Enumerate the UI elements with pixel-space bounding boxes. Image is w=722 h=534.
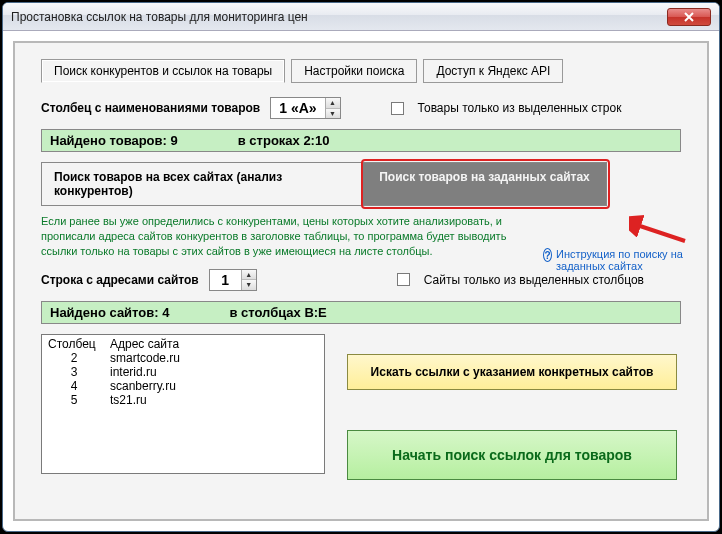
sites-row-label: Строка с адресами сайтов [41, 273, 199, 287]
sites-row-value: 1 [210, 270, 242, 290]
list-item[interactable]: 5 ts21.ru [48, 393, 318, 407]
found-products-bar: Найдено товаров: 9 в строках 2:10 [41, 129, 681, 152]
list-item[interactable]: 4 scanberry.ru [48, 379, 318, 393]
big-tabs: Поиск товаров на всех сайтах (анализ кон… [41, 162, 681, 206]
tab-yandex-api[interactable]: Доступ к Яндекс API [423, 59, 563, 83]
help-link-label: Инструкция по поиску на заданных сайтах [556, 248, 683, 272]
list-header-site: Адрес сайта [110, 337, 179, 351]
product-column-value: 1 «A» [271, 98, 325, 118]
found-products-range: в строках 2:10 [238, 133, 330, 148]
sites-row-spinner[interactable]: 1 ▲ ▼ [209, 269, 257, 291]
close-button[interactable] [667, 8, 711, 26]
annotation-arrow-icon [629, 213, 689, 247]
highlight-outline [361, 159, 610, 209]
tab-search-competitors[interactable]: Поиск конкурентов и ссылок на товары [41, 59, 285, 83]
checkbox-selected-rows[interactable] [391, 102, 404, 115]
row-product-column: Столбец с наименованиями товаров 1 «A» ▲… [41, 97, 681, 119]
tab-search-settings[interactable]: Настройки поиска [291, 59, 417, 83]
big-tab-all-sites[interactable]: Поиск товаров на всех сайтах (анализ кон… [41, 162, 363, 206]
found-sites-count: Найдено сайтов: 4 [50, 305, 169, 320]
help-link[interactable]: ? Инструкция по поиску на заданных сайта… [543, 248, 683, 272]
help-icon: ? [543, 248, 552, 262]
spinner-down-icon[interactable]: ▼ [242, 280, 256, 290]
product-column-label: Столбец с наименованиями товаров [41, 101, 260, 115]
big-tab-given-sites[interactable]: Поиск товаров на заданных сайтах [363, 162, 607, 206]
close-icon [683, 12, 695, 22]
start-search-button[interactable]: Начать поиск ссылок для товаров [347, 430, 677, 480]
titlebar: Простановка ссылок на товары для монитор… [3, 3, 719, 31]
checkbox-selected-rows-label: Товары только из выделенных строк [418, 101, 622, 115]
product-column-spinner[interactable]: 1 «A» ▲ ▼ [270, 97, 340, 119]
checkbox-selected-cols[interactable] [397, 273, 410, 286]
big-tab-given-sites-label: Поиск товаров на заданных сайтах [379, 170, 590, 184]
found-products-count: Найдено товаров: 9 [50, 133, 178, 148]
search-specific-sites-button[interactable]: Искать ссылки с указанием конкретных сай… [347, 354, 677, 390]
spinner-up-icon[interactable]: ▲ [242, 270, 256, 281]
found-sites-range: в столбцах B:E [229, 305, 326, 320]
client-area: Поиск конкурентов и ссылок на товары Нас… [13, 41, 709, 521]
list-item[interactable]: 2 smartcode.ru [48, 351, 318, 365]
svg-line-0 [637, 225, 685, 241]
found-sites-bar: Найдено сайтов: 4 в столбцах B:E [41, 301, 681, 324]
sites-area: Столбец Адрес сайта 2 smartcode.ru 3 int… [41, 334, 681, 480]
tabstrip: Поиск конкурентов и ссылок на товары Нас… [41, 59, 695, 83]
list-header-column: Столбец [48, 337, 100, 351]
checkbox-selected-cols-label: Сайты только из выделенных столбцов [424, 273, 644, 287]
dialog-window: Простановка ссылок на товары для монитор… [2, 2, 720, 532]
sites-listbox[interactable]: Столбец Адрес сайта 2 smartcode.ru 3 int… [41, 334, 325, 474]
spinner-up-icon[interactable]: ▲ [326, 98, 340, 109]
list-item[interactable]: 3 interid.ru [48, 365, 318, 379]
info-note: Если ранее вы уже определились с конкуре… [41, 214, 511, 259]
window-title: Простановка ссылок на товары для монитор… [11, 10, 667, 24]
spinner-down-icon[interactable]: ▼ [326, 109, 340, 119]
